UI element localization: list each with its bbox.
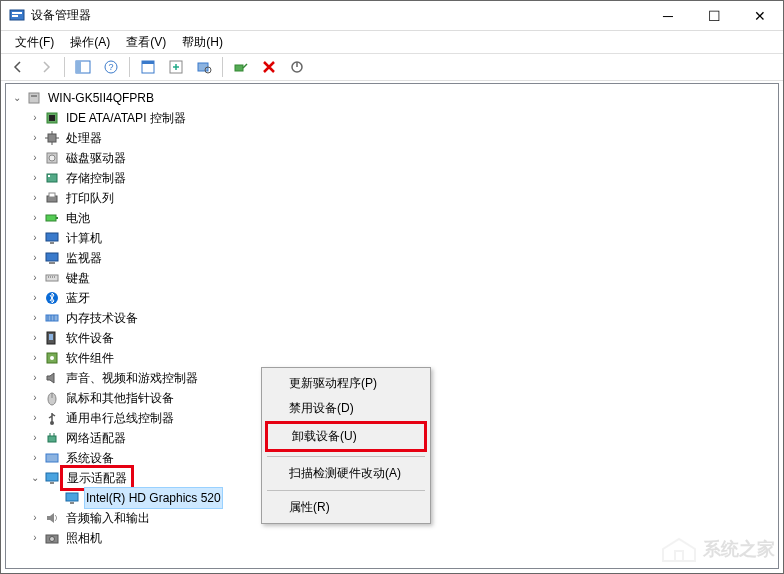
- computer-icon: [26, 90, 42, 106]
- network-icon: [44, 430, 60, 446]
- watermark: 系统之家: [661, 535, 775, 563]
- disable-device-button[interactable]: [285, 55, 309, 79]
- tree-node-label: 蓝牙: [64, 287, 92, 309]
- back-button[interactable]: [6, 55, 30, 79]
- chip-icon: [44, 110, 60, 126]
- svg-rect-44: [66, 493, 78, 501]
- svg-text:?: ?: [108, 62, 113, 72]
- tree-node[interactable]: ›软件组件: [6, 348, 778, 368]
- tree-node-label: 音频输入和输出: [64, 507, 152, 529]
- close-button[interactable]: ✕: [737, 1, 783, 31]
- cpu-icon: [44, 130, 60, 146]
- tree-node-label: 照相机: [64, 527, 104, 549]
- uninstall-device-button[interactable]: [257, 55, 281, 79]
- show-hide-tree-button[interactable]: [71, 55, 95, 79]
- disk-icon: [44, 150, 60, 166]
- svg-rect-1: [12, 12, 22, 14]
- watermark-text: 系统之家: [703, 537, 775, 561]
- tree-node-label: 打印队列: [64, 187, 116, 209]
- forward-button[interactable]: [34, 55, 58, 79]
- svg-point-37: [50, 356, 54, 360]
- tree-node[interactable]: ›蓝牙: [6, 288, 778, 308]
- software-icon: [44, 330, 60, 346]
- tree-node[interactable]: ›处理器: [6, 128, 778, 148]
- tree-child-label: Intel(R) HD Graphics 520: [84, 487, 223, 509]
- tree-root[interactable]: ⌄WIN-GK5II4QFPRB: [6, 88, 778, 108]
- svg-rect-43: [50, 482, 54, 484]
- tree-node[interactable]: ›软件设备: [6, 328, 778, 348]
- update-driver-button[interactable]: [164, 55, 188, 79]
- usb-icon: [44, 410, 60, 426]
- tree-node[interactable]: ›键盘: [6, 268, 778, 288]
- tree-node-label: 存储控制器: [64, 167, 128, 189]
- svg-rect-14: [29, 93, 39, 103]
- tree-node[interactable]: ›计算机: [6, 228, 778, 248]
- tree-node[interactable]: ›电池: [6, 208, 778, 228]
- svg-rect-41: [46, 454, 58, 462]
- context-properties[interactable]: 属性(R): [265, 495, 427, 520]
- svg-rect-17: [49, 115, 55, 121]
- tree-node[interactable]: ›监视器: [6, 248, 778, 268]
- tree-node-label: 磁盘驱动器: [64, 147, 128, 169]
- context-uninstall-device[interactable]: 卸载设备(U): [265, 421, 427, 452]
- storage-icon: [44, 170, 60, 186]
- properties-button[interactable]: [136, 55, 160, 79]
- context-update-driver[interactable]: 更新驱动程序(P): [265, 371, 427, 396]
- app-icon: [9, 8, 25, 24]
- svg-rect-8: [142, 61, 154, 64]
- tree-node[interactable]: ›IDE ATA/ATAPI 控制器: [6, 108, 778, 128]
- tree-node-label: 电池: [64, 207, 92, 229]
- scan-hardware-button[interactable]: [192, 55, 216, 79]
- mouse-icon: [44, 390, 60, 406]
- svg-rect-15: [31, 95, 37, 97]
- tree-node-label: 软件组件: [64, 347, 116, 369]
- context-disable-device[interactable]: 禁用设备(D): [265, 396, 427, 421]
- window-title: 设备管理器: [31, 7, 645, 24]
- help-button[interactable]: ?: [99, 55, 123, 79]
- menu-file[interactable]: 文件(F): [7, 32, 62, 53]
- sound-icon: [44, 370, 60, 386]
- tree-node[interactable]: ›存储控制器: [6, 168, 778, 188]
- tree-node-label: IDE ATA/ATAPI 控制器: [64, 107, 188, 129]
- svg-rect-25: [46, 215, 56, 221]
- tree-node[interactable]: ›磁盘驱动器: [6, 148, 778, 168]
- tree-root-label: WIN-GK5II4QFPRB: [46, 87, 156, 109]
- minimize-button[interactable]: ─: [645, 1, 691, 31]
- svg-rect-40: [48, 436, 56, 442]
- svg-point-20: [49, 155, 55, 161]
- menu-action[interactable]: 操作(A): [62, 32, 118, 53]
- memory-icon: [44, 310, 60, 326]
- tree-node-label: 软件设备: [64, 327, 116, 349]
- svg-rect-42: [46, 473, 58, 481]
- enable-device-button[interactable]: [229, 55, 253, 79]
- menu-bar: 文件(F) 操作(A) 查看(V) 帮助(H): [1, 31, 783, 53]
- computer-icon: [44, 230, 60, 246]
- context-separator: [267, 456, 425, 457]
- svg-rect-26: [56, 217, 58, 219]
- svg-rect-35: [49, 334, 53, 340]
- tree-node[interactable]: ›内存技术设备: [6, 308, 778, 328]
- svg-rect-28: [50, 242, 54, 244]
- svg-point-47: [50, 537, 55, 542]
- toolbar: ?: [1, 53, 783, 81]
- tree-node-label: 网络适配器: [64, 427, 128, 449]
- monitor-icon: [44, 250, 60, 266]
- printer-icon: [44, 190, 60, 206]
- maximize-button[interactable]: ☐: [691, 1, 737, 31]
- tree-node[interactable]: ›打印队列: [6, 188, 778, 208]
- component-icon: [44, 350, 60, 366]
- svg-rect-2: [12, 15, 18, 17]
- bluetooth-icon: [44, 290, 60, 306]
- context-scan-hardware[interactable]: 扫描检测硬件改动(A): [265, 461, 427, 486]
- system-icon: [44, 450, 60, 466]
- svg-rect-29: [46, 253, 58, 261]
- menu-view[interactable]: 查看(V): [118, 32, 174, 53]
- svg-rect-48: [675, 551, 683, 561]
- keyboard-icon: [44, 270, 60, 286]
- menu-help[interactable]: 帮助(H): [174, 32, 231, 53]
- display-icon: [64, 490, 80, 506]
- title-bar: 设备管理器 ─ ☐ ✕: [1, 1, 783, 31]
- svg-rect-22: [48, 175, 50, 177]
- svg-rect-24: [49, 193, 55, 197]
- tree-node-label: 监视器: [64, 247, 104, 269]
